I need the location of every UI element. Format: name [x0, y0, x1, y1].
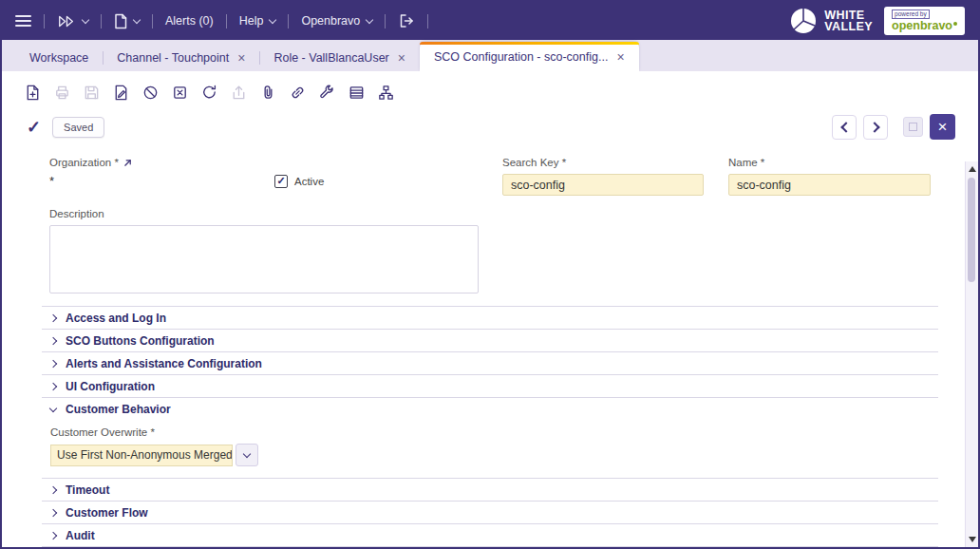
white-valley-logo-icon	[789, 7, 818, 35]
link-button[interactable]	[289, 84, 307, 102]
grid-view-button[interactable]	[348, 84, 366, 102]
search-key-label: Search Key *	[502, 157, 728, 168]
section-ui-configuration[interactable]: UI Configuration	[42, 374, 938, 397]
active-checkbox[interactable]	[274, 175, 288, 188]
section-audit[interactable]: Audit	[42, 523, 938, 546]
form-top-row: Organization * * Active Search	[49, 157, 931, 196]
close-tab-icon[interactable]: ×	[398, 51, 405, 65]
chevron-right-icon	[49, 336, 57, 344]
user-menu-label: Openbravo	[301, 14, 360, 28]
tab-channel-touchpoint[interactable]: Channel - Touchpoint ×	[103, 45, 259, 71]
tab-label: Role - VallBlancaUser	[273, 51, 388, 65]
quick-launch-button[interactable]	[57, 14, 88, 28]
section-label: UI Configuration	[66, 380, 155, 393]
tab-role-vallblancauser[interactable]: Role - VallBlancaUser ×	[259, 45, 420, 71]
tab-label: SCO Configuration - sco-config...	[434, 50, 608, 64]
organization-link-icon[interactable]	[123, 159, 132, 167]
tools-button[interactable]	[318, 84, 336, 102]
customer-overwrite-dropdown-button[interactable]	[236, 444, 258, 466]
section-alerts-and-assistance-configuration[interactable]: Alerts and Assistance Configuration	[42, 351, 938, 374]
saved-check-icon	[27, 117, 41, 138]
chevron-right-icon	[49, 531, 57, 539]
chevron-right-icon	[869, 122, 879, 132]
tab-label: Channel - Touchpoint	[117, 51, 229, 65]
section-customer-flow[interactable]: Customer Flow	[42, 501, 938, 523]
topbar-separator	[385, 14, 386, 28]
alerts-label: Alerts (0)	[165, 14, 214, 28]
tab-workspace[interactable]: Workspace	[15, 45, 103, 71]
scroll-up-icon[interactable]	[969, 166, 976, 172]
attachment-icon	[259, 84, 277, 102]
customer-overwrite-select[interactable]: Use First Non-Anonymous Merged O	[50, 445, 233, 466]
section-sco-buttons-configuration[interactable]: SCO Buttons Configuration	[42, 329, 938, 351]
topbar-separator	[427, 14, 428, 28]
topbar-separator	[226, 14, 227, 28]
section-access-and-log-in[interactable]: Access and Log In	[42, 306, 938, 329]
chevron-down-icon	[243, 450, 251, 458]
alerts-button[interactable]: Alerts (0)	[165, 14, 214, 28]
close-record-button[interactable]: ×	[930, 114, 955, 140]
chevron-right-icon	[49, 313, 57, 321]
section-label: Audit	[66, 529, 95, 542]
name-field-group: Name *	[728, 157, 931, 196]
toolbar	[2, 71, 978, 110]
topbar-separator	[44, 14, 45, 28]
export-icon	[230, 84, 248, 102]
close-tab-icon[interactable]: ×	[237, 51, 245, 65]
organization-value[interactable]: *	[49, 174, 274, 188]
maximize-button[interactable]	[903, 117, 923, 137]
topbar-brand-group: WHITE VALLEY powered by openbravo	[789, 7, 965, 35]
refresh-button[interactable]	[200, 84, 218, 102]
save-icon	[83, 84, 101, 102]
scrollbar-thumb[interactable]	[968, 178, 975, 282]
refresh-icon	[200, 84, 218, 102]
tree-view-button[interactable]	[377, 84, 395, 102]
logout-icon	[398, 13, 415, 28]
previous-record-button[interactable]	[832, 115, 857, 140]
record-navigation: ×	[832, 114, 955, 140]
company-logo: WHITE VALLEY	[789, 7, 873, 35]
name-label: Name *	[728, 157, 931, 168]
hamburger-icon	[15, 12, 31, 29]
section-timeout[interactable]: Timeout	[42, 478, 938, 501]
logout-button[interactable]	[398, 13, 415, 28]
section-customer-behavior[interactable]: Customer Behavior	[42, 397, 938, 420]
customer-overwrite-label: Customer Overwrite *	[50, 426, 938, 438]
tab-bar: Workspace Channel - Touchpoint × Role - …	[2, 40, 978, 71]
chevron-right-icon	[49, 382, 57, 389]
chevron-right-icon	[49, 485, 57, 493]
user-menu-button[interactable]: Openbravo	[301, 14, 372, 28]
new-document-menu-button[interactable]	[114, 13, 140, 29]
description-input[interactable]	[49, 225, 479, 293]
openbravo-brand-label: openbravo	[892, 21, 952, 31]
new-record-button[interactable]	[24, 84, 42, 102]
scroll-down-icon[interactable]	[969, 537, 976, 542]
delete-button[interactable]	[171, 84, 189, 102]
chevron-right-icon	[49, 359, 57, 367]
section-label: Customer Behavior	[66, 403, 171, 416]
export-button[interactable]	[230, 84, 248, 102]
form-sections: Access and Log In SCO Buttons Configurat…	[42, 306, 938, 547]
help-menu-button[interactable]: Help	[239, 14, 276, 28]
cancel-button[interactable]	[141, 84, 160, 102]
hamburger-menu-button[interactable]	[15, 12, 31, 29]
print-icon	[53, 84, 71, 102]
topbar-menu-group: Alerts (0) Help Openbravo	[15, 12, 428, 29]
tab-sco-configuration[interactable]: SCO Configuration - sco-config... ×	[420, 42, 639, 71]
print-button[interactable]	[53, 84, 71, 102]
next-record-button[interactable]	[863, 115, 888, 140]
save-button[interactable]	[83, 84, 101, 102]
search-key-input[interactable]	[502, 174, 704, 196]
new-record-icon	[24, 84, 42, 102]
vertical-scrollbar[interactable]	[965, 161, 978, 547]
document-icon	[114, 13, 127, 29]
top-navigation-bar: Alerts (0) Help Openbravo	[2, 2, 978, 40]
attachment-button[interactable]	[259, 84, 277, 102]
status-bar: Saved ×	[2, 110, 978, 151]
brand-dot-icon	[953, 22, 957, 26]
active-field-group: Active	[274, 175, 324, 188]
name-input[interactable]	[728, 174, 931, 196]
save-close-button[interactable]	[112, 84, 130, 102]
tab-label: Workspace	[29, 51, 88, 65]
close-tab-icon[interactable]: ×	[616, 50, 624, 64]
